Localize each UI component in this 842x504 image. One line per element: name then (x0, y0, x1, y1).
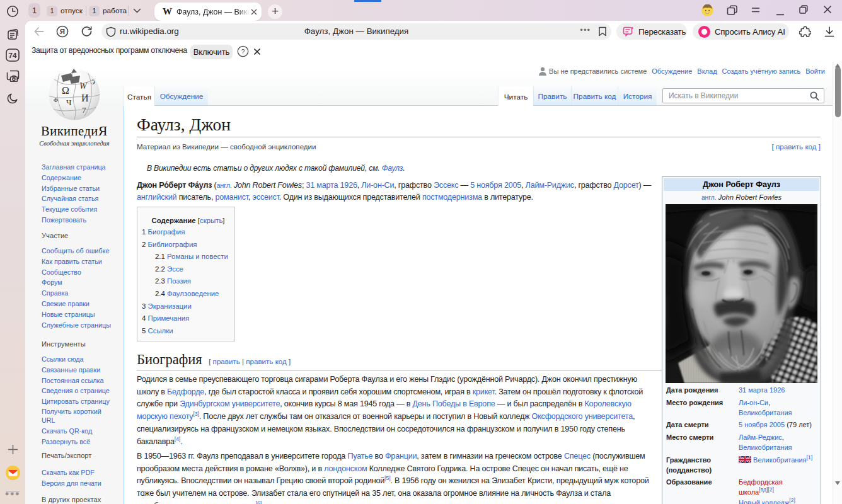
svg-text:Ф: Ф (54, 97, 58, 103)
svg-text:И: И (81, 93, 89, 103)
svg-text:W: W (79, 81, 88, 91)
svg-text:74: 74 (9, 52, 17, 59)
svg-text:7: 7 (82, 105, 86, 115)
svg-text:Я: Я (60, 28, 65, 35)
svg-text:Ω: Ω (62, 85, 69, 96)
svg-text:Ч: Ч (66, 98, 72, 107)
svg-text:?: ? (241, 49, 245, 55)
